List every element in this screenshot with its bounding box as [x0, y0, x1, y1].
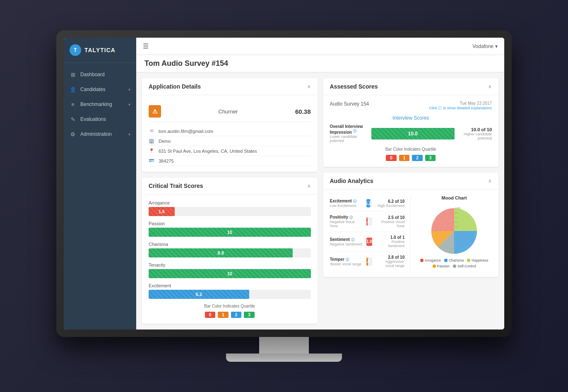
- app-summary: ⚠ Churner 60.38: [149, 101, 311, 122]
- analytic-row: Sentiment ⓘ Negative Sentiment 1.0 1.0 o…: [330, 232, 405, 252]
- trait-bar-container: 6.2: [149, 290, 311, 299]
- content-header: Tom Audio Survey #154: [136, 55, 504, 72]
- analytic-bar: 6.2: [366, 199, 370, 207]
- evaluations-icon: ✎: [70, 116, 76, 123]
- legend-dot: [420, 259, 424, 262]
- logo-icon: T: [70, 44, 81, 56]
- legend-dot: [453, 265, 456, 268]
- analytic-bar-wrap: 2.5: [366, 217, 373, 226]
- legend-dot: [444, 259, 448, 262]
- top-header: ☰ Vodafone ▾: [136, 38, 504, 55]
- email-icon: ✉: [149, 128, 154, 134]
- address-row: 📍 631 St Paul Ave, Los Angeles, CA, Unit…: [149, 146, 311, 156]
- legend-label: Charisma: [449, 258, 464, 262]
- assessed-survey-title: Audio Survey 154: [330, 101, 369, 107]
- mood-chart-title: Mood Chart: [442, 195, 467, 200]
- header-user: Vodafone ▾: [472, 43, 498, 49]
- analytic-bar-wrap: 6.2: [366, 199, 373, 207]
- page-title: Tom Audio Survey #154: [144, 59, 496, 68]
- critical-traits-card: Critical Trait Scores ∧ Arrogance 1.6 Pa…: [142, 178, 318, 324]
- quartile-legend: 0123: [149, 312, 311, 318]
- oi-label-sub: Lower candidate potential: [330, 135, 367, 143]
- analytic-bar: 2.5: [366, 217, 368, 226]
- right-column: Assessed Scores ∧ Audio Survey 154 Tue M…: [323, 78, 499, 324]
- legend-item: Arrogance: [420, 258, 441, 262]
- company-row: 🏢 Demo: [149, 136, 311, 146]
- quartile-badge: 3: [244, 312, 255, 318]
- trait-bar: 6.2: [149, 290, 249, 299]
- sidebar-item-candidates[interactable]: 👤 Candidates ▾: [64, 82, 136, 97]
- sidebar-item-administration[interactable]: ⚙ Administration ▾: [64, 127, 136, 142]
- sidebar-item-label: Candidates: [80, 87, 106, 92]
- analytic-bar: 2.8: [366, 257, 368, 266]
- sidebar-item-benchmarking[interactable]: ≡ Benchmarking ▾: [64, 97, 136, 112]
- quartile-badge: 3: [425, 155, 436, 161]
- legend-item: Charisma: [444, 258, 464, 262]
- collapse-button[interactable]: ∧: [488, 84, 492, 89]
- analytic-label: Temper ⓘ 'Bored' vocal range: [330, 257, 363, 266]
- collapse-button[interactable]: ∧: [307, 183, 311, 189]
- assessed-date: Tue May 23 2017 Click ⓘ to show detailed…: [429, 101, 492, 111]
- legend-label: Happiness: [472, 258, 488, 262]
- warning-icon: ⚠: [149, 105, 161, 118]
- trait-item: Tenacity 10: [149, 262, 311, 278]
- oi-label-main: Overall InterviewImpression ⓘ: [330, 124, 367, 135]
- trait-bar: 10: [149, 228, 311, 237]
- sidebar: T TALYTICA ⊞ Dashboard 👤 Candidates ▾: [64, 38, 136, 329]
- legend-dot: [433, 265, 436, 268]
- trait-bar-container: 1.6: [149, 207, 311, 216]
- monitor-stand-base: [226, 354, 342, 362]
- quartile-badge: 2: [231, 312, 242, 318]
- address-value: 631 St Paul Ave, Los Angeles, CA, United…: [159, 149, 257, 154]
- application-details-body: ⚠ Churner 60.38 ✉ tom.austin.film@gmail.…: [142, 95, 318, 172]
- chevron-down-icon: ▾: [128, 87, 130, 92]
- id-row: 🪪 384275: [149, 156, 311, 166]
- application-details-header: Application Details ∧: [142, 78, 318, 95]
- collapse-button[interactable]: ∧: [488, 178, 492, 184]
- app-label: Churner: [166, 108, 290, 115]
- trait-bar-container: 8.9: [149, 248, 311, 257]
- admin-icon: ⚙: [70, 131, 76, 137]
- analytic-label: Positivity ⓘ Negative Vocal Tone: [330, 215, 363, 228]
- trait-bar: 1.6: [149, 207, 175, 216]
- hamburger-button[interactable]: ☰: [143, 42, 149, 50]
- interview-scores-title: Interview Scores: [330, 115, 492, 121]
- critical-traits-body: Arrogance 1.6 Passion 10 Charisma 8.9 Te…: [142, 195, 318, 324]
- sidebar-item-label: Dashboard: [80, 72, 105, 77]
- sidebar-item-evaluations[interactable]: ✎ Evaluations: [64, 112, 136, 127]
- assessed-quartile-legend: 0123: [330, 155, 492, 161]
- quartile-badge: 0: [386, 155, 397, 161]
- critical-traits-header: Critical Trait Scores ∧: [142, 178, 318, 195]
- critical-traits-title: Critical Trait Scores: [149, 183, 203, 189]
- application-details-title: Application Details: [149, 83, 201, 90]
- analytic-row: Excitement ⓘ Low Excitement 6.2 6.2 of 1…: [330, 195, 405, 212]
- trait-bar-container: 10: [149, 269, 311, 278]
- legend-label: Self-Control: [457, 264, 476, 268]
- collapse-button[interactable]: ∧: [307, 84, 311, 89]
- legend-label: Passion: [437, 264, 450, 268]
- oi-labels: Overall InterviewImpression ⓘ Lower cand…: [330, 124, 367, 143]
- oi-score: 10.0 of 10 Higher candidate potential: [459, 127, 492, 140]
- sidebar-item-dashboard[interactable]: ⊞ Dashboard: [64, 67, 136, 82]
- location-icon: 📍: [149, 148, 154, 154]
- trait-bar-container: 10: [149, 228, 311, 237]
- chevron-down-icon: ▾: [128, 132, 130, 137]
- trait-label: Tenacity: [149, 262, 311, 267]
- trait-bar: 8.9: [149, 248, 293, 257]
- mood-chart-svg: 100 80 60 40 20: [421, 202, 487, 256]
- quartile-badge: 1: [218, 312, 229, 318]
- email-row: ✉ tom.austin.film@gmail.com: [149, 126, 311, 136]
- id-value: 384275: [159, 159, 174, 164]
- trait-item: Arrogance 1.6: [149, 200, 311, 216]
- trait-label: Arrogance: [149, 200, 311, 205]
- company-icon: 🏢: [149, 138, 154, 144]
- benchmarking-icon: ≡: [70, 101, 76, 108]
- analytic-score: 2.5 of 10 Positive Vocal Tone: [375, 215, 404, 228]
- legend-dot: [467, 259, 470, 262]
- quartile-badge: 1: [399, 155, 410, 161]
- application-details-card: Application Details ∧ ⚠ Churner 60.38: [142, 78, 318, 172]
- overall-interview: Overall InterviewImpression ⓘ Lower cand…: [330, 124, 492, 143]
- analytic-score: 1.0 of 1 Positive Sentiment: [375, 235, 404, 248]
- assessed-scores-header: Assessed Scores ∧: [323, 78, 499, 95]
- trait-item: Charisma 8.9: [149, 242, 311, 257]
